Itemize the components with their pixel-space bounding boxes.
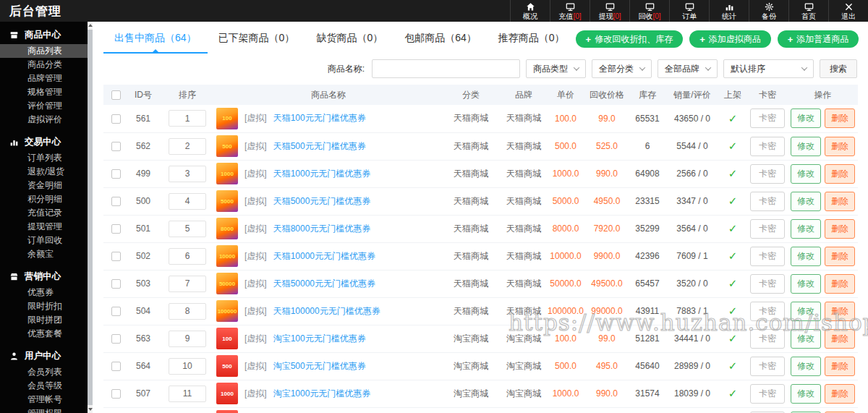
edit-button[interactable]: 修改 xyxy=(791,302,821,321)
edit-button[interactable]: 修改 xyxy=(791,329,821,349)
tab[interactable]: 出售中商品（64） xyxy=(103,27,208,54)
toolbar-button[interactable]: +添加普通商品 xyxy=(778,30,859,48)
row-checkbox[interactable] xyxy=(111,307,121,316)
delete-button[interactable]: 删除 xyxy=(825,247,855,266)
delete-button[interactable]: 删除 xyxy=(825,108,855,128)
scrollbar-thumb[interactable] xyxy=(88,30,93,405)
topbar-nav-item[interactable]: 充值[0] xyxy=(550,0,590,22)
sidebar-item[interactable]: 品牌管理 xyxy=(0,72,88,85)
edit-button[interactable]: 修改 xyxy=(791,357,821,376)
row-checkbox[interactable] xyxy=(111,224,121,234)
sidebar-item[interactable]: 提现管理 xyxy=(0,220,88,234)
edit-button[interactable]: 修改 xyxy=(791,108,821,128)
sort-input[interactable] xyxy=(169,166,206,182)
product-name-link[interactable]: 天猫50000元无门槛优惠券 xyxy=(273,278,375,290)
edit-button[interactable]: 修改 xyxy=(791,274,821,294)
product-name-link[interactable]: 淘宝500元无门槛优惠券 xyxy=(273,360,366,372)
sidebar-item[interactable]: 管理权限 xyxy=(0,406,88,413)
card-key-button[interactable]: 卡密 xyxy=(750,192,785,211)
topbar-nav-item[interactable]: 概况 xyxy=(510,0,550,22)
edit-button[interactable]: 修改 xyxy=(791,164,821,184)
sidebar-item[interactable]: 会员等级 xyxy=(0,379,88,393)
row-checkbox[interactable] xyxy=(111,169,121,179)
edit-button[interactable]: 修改 xyxy=(791,247,821,266)
sidebar-scrollbar[interactable] xyxy=(88,22,93,413)
topbar-nav-item[interactable]: 回收[0] xyxy=(629,0,669,22)
row-checkbox[interactable] xyxy=(111,197,121,206)
sort-input[interactable] xyxy=(169,138,206,155)
product-name-link[interactable]: 天猫8000元无门槛优惠券 xyxy=(273,223,371,235)
sidebar-item[interactable]: 限时折扣 xyxy=(0,299,88,313)
sidebar-item[interactable]: 退款/退货 xyxy=(0,165,88,179)
row-checkbox[interactable] xyxy=(111,362,121,371)
search-button[interactable]: 搜索 xyxy=(820,59,857,78)
row-checkbox[interactable] xyxy=(111,279,121,289)
product-name-link[interactable]: 天猫5000元无门槛优惠券 xyxy=(273,195,371,208)
product-name-link[interactable]: 天猫100000元无门槛优惠券 xyxy=(273,305,380,318)
filter-select[interactable]: 全部品牌 xyxy=(658,59,718,78)
card-key-button[interactable]: 卡密 xyxy=(750,247,785,266)
card-key-button[interactable]: 卡密 xyxy=(750,164,785,184)
row-checkbox[interactable] xyxy=(111,334,121,344)
sidebar-item[interactable]: 评价管理 xyxy=(0,99,88,113)
card-key-button[interactable]: 卡密 xyxy=(750,302,785,321)
delete-button[interactable]: 删除 xyxy=(825,357,855,376)
scroll-up-arrow[interactable] xyxy=(88,22,93,29)
filter-select[interactable]: 默认排序 xyxy=(723,59,814,78)
delete-button[interactable]: 删除 xyxy=(825,302,855,321)
sidebar-item[interactable]: 资金明细 xyxy=(0,179,88,192)
card-key-button[interactable]: 卡密 xyxy=(750,274,785,294)
card-key-button[interactable]: 卡密 xyxy=(750,357,785,376)
filter-select[interactable]: 全部分类 xyxy=(592,59,652,78)
card-key-button[interactable]: 卡密 xyxy=(750,329,785,349)
row-checkbox[interactable] xyxy=(111,252,121,261)
topbar-nav-item[interactable]: 首页 xyxy=(788,0,828,22)
sort-input[interactable] xyxy=(169,331,206,347)
tab[interactable]: 缺货商品（0） xyxy=(305,27,393,54)
card-key-button[interactable]: 卡密 xyxy=(750,384,785,404)
card-key-button[interactable]: 卡密 xyxy=(750,219,785,239)
card-key-button[interactable]: 卡密 xyxy=(750,137,785,156)
sort-input[interactable] xyxy=(169,110,206,127)
sort-input[interactable] xyxy=(169,193,206,210)
sidebar-item[interactable]: 商品列表 xyxy=(0,44,88,58)
delete-button[interactable]: 删除 xyxy=(825,192,855,211)
topbar-nav-item[interactable]: 提现[0] xyxy=(590,0,629,22)
row-checkbox[interactable] xyxy=(111,142,121,151)
sort-input[interactable] xyxy=(169,248,206,265)
delete-button[interactable]: 删除 xyxy=(825,137,855,156)
product-name-link[interactable]: 天猫10000元无门槛优惠券 xyxy=(273,250,375,263)
delete-button[interactable]: 删除 xyxy=(825,274,855,294)
sort-input[interactable] xyxy=(169,303,206,320)
tab[interactable]: 包邮商品（64） xyxy=(393,27,488,54)
sidebar-item[interactable]: 规格管理 xyxy=(0,85,88,99)
topbar-nav-item[interactable]: 订单 xyxy=(669,0,709,22)
sidebar-item[interactable]: 充值记录 xyxy=(0,206,88,220)
edit-button[interactable]: 修改 xyxy=(791,192,821,211)
sidebar-item[interactable]: 会员列表 xyxy=(0,365,88,379)
filter-select[interactable]: 商品类型 xyxy=(526,59,586,78)
sidebar-item[interactable]: 余额宝 xyxy=(0,247,88,261)
edit-button[interactable]: 修改 xyxy=(791,219,821,239)
sidebar-item[interactable]: 管理帐号 xyxy=(0,393,88,406)
edit-button[interactable]: 修改 xyxy=(791,384,821,404)
product-name-link[interactable]: 淘宝1000元无门槛优惠券 xyxy=(273,388,371,400)
sidebar-section-header[interactable]: 交易中心 xyxy=(0,133,88,151)
sidebar-section-header[interactable]: 营销中心 xyxy=(0,268,88,286)
product-name-link[interactable]: 天猫100元无门槛优惠券 xyxy=(273,112,366,124)
product-name-link[interactable]: 天猫500元无门槛优惠券 xyxy=(273,140,366,153)
edit-button[interactable]: 修改 xyxy=(791,137,821,156)
sidebar-item[interactable]: 优惠套餐 xyxy=(0,327,88,341)
tab[interactable]: 已下架商品（0） xyxy=(208,27,306,54)
sidebar-item[interactable]: 虚拟评价 xyxy=(0,113,88,127)
topbar-nav-item[interactable]: 备份 xyxy=(749,0,788,22)
delete-button[interactable]: 删除 xyxy=(825,384,855,404)
sidebar-item[interactable]: 优惠券 xyxy=(0,286,88,299)
product-name-input[interactable] xyxy=(372,59,520,78)
card-key-button[interactable]: 卡密 xyxy=(750,108,785,128)
topbar-nav-item[interactable]: 统计 xyxy=(709,0,749,22)
product-name-link[interactable]: 淘宝100元无门槛优惠券 xyxy=(273,333,366,345)
sidebar-item[interactable]: 订单回收 xyxy=(0,234,88,247)
delete-button[interactable]: 删除 xyxy=(825,164,855,184)
product-name-link[interactable]: 天猫1000元无门槛优惠券 xyxy=(273,168,371,180)
